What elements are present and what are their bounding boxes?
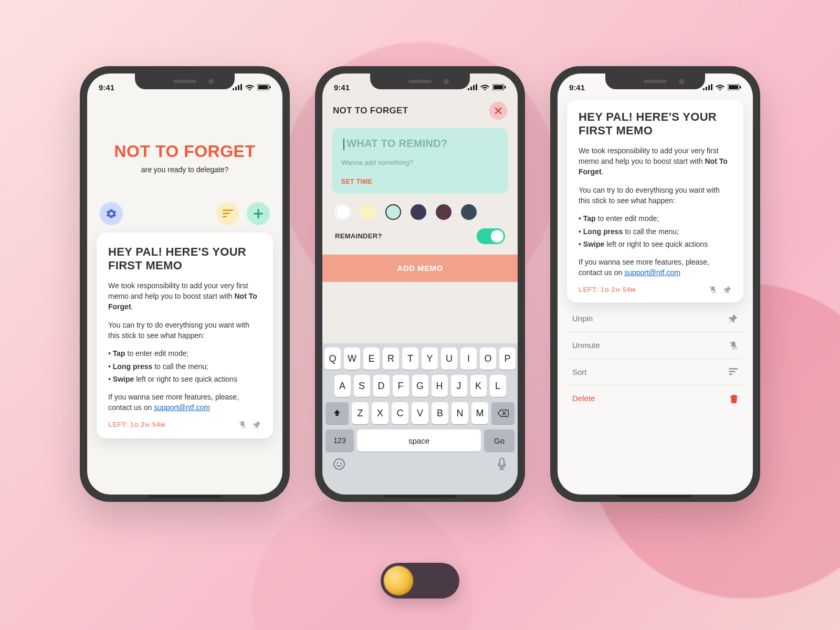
key-y[interactable]: Y [422,348,438,370]
color-swatch[interactable] [411,204,426,220]
menu-item-delete[interactable]: Delete [567,385,743,412]
menu-item-unpin[interactable]: Unpin [567,306,743,332]
key-n[interactable]: N [452,402,468,424]
menu-item-unmute[interactable]: Unmute [567,332,743,359]
svg-rect-3 [223,209,233,211]
svg-rect-15 [500,458,504,466]
phone-home: 9:41 NOT TO FORGET are you ready to dele… [80,66,290,502]
key-p[interactable]: P [499,348,516,370]
add-memo-button[interactable]: ADD MEMO [322,255,518,282]
backspace-key[interactable] [491,402,514,424]
key-d[interactable]: D [373,375,390,397]
set-time-button[interactable]: SET TIME [341,178,499,185]
color-swatch[interactable] [436,204,452,220]
sort-icon [223,209,233,218]
svg-rect-21 [729,368,738,370]
plus-icon [254,209,263,218]
support-link[interactable]: support@ntf.com [154,403,210,412]
trash-icon [730,394,738,403]
compose-header: NOT TO FORGET [333,106,408,116]
compose-title-input[interactable]: WHAT TO REMIND? [341,138,499,150]
status-time: 9:41 [569,83,585,92]
sort-button[interactable] [216,202,239,225]
svg-rect-5 [223,216,227,217]
compose-card[interactable]: WHAT TO REMIND? Wanna add something? SET… [332,128,508,194]
key-b[interactable]: B [432,402,448,424]
key-j[interactable]: J [451,375,467,397]
wifi-icon [480,84,489,90]
key-r[interactable]: R [383,348,399,370]
signal-icon [468,84,477,90]
shift-key[interactable] [326,402,349,424]
emoji-icon[interactable] [333,458,345,470]
svg-rect-2 [269,86,271,89]
key-f[interactable]: F [393,375,409,397]
remainder-label: REMAINDER? [335,232,382,240]
compose-body-input[interactable]: Wanna add something? [341,159,499,166]
mute-icon [729,341,738,350]
close-button[interactable] [489,102,507,120]
svg-point-12 [334,459,344,469]
key-l[interactable]: L [490,375,506,397]
go-key[interactable]: Go [484,429,514,452]
app-title: NOT TO FORGET [87,142,282,161]
wifi-icon [716,84,724,90]
shift-icon [333,409,341,417]
remainder-toggle[interactable] [477,228,505,244]
key-z[interactable]: Z [352,402,369,424]
mic-icon[interactable] [497,458,507,470]
key-a[interactable]: A [334,375,351,397]
svg-rect-4 [223,213,230,214]
color-swatch-selected[interactable] [385,204,401,220]
key-c[interactable]: C [392,402,408,424]
svg-rect-1 [258,85,268,89]
key-h[interactable]: H [432,375,448,397]
svg-rect-18 [740,86,741,89]
home-indicator [618,495,692,498]
key-t[interactable]: T [402,348,418,370]
memo-title: HEY PAL! HERE'S YOUR FIRST MEMO [108,245,261,273]
color-swatch[interactable] [461,204,477,220]
numbers-key[interactable]: 123 [326,429,354,452]
key-w[interactable]: W [344,348,360,370]
mute-icon [238,421,247,429]
support-link[interactable]: support@ntf.com [624,268,680,277]
pin-icon [729,314,738,323]
memo-body: We took responsibility to add your very … [579,145,732,278]
mute-icon [709,286,717,294]
memo-title: HEY PAL! HERE'S YOUR FIRST MEMO [579,110,732,138]
key-x[interactable]: X [372,402,388,424]
app-subtitle: are you ready to delegate? [87,165,282,174]
menu-item-sort[interactable]: Sort [567,359,743,385]
key-o[interactable]: O [480,348,496,370]
memo-card[interactable]: HEY PAL! HERE'S YOUR FIRST MEMO We took … [97,233,273,438]
space-key[interactable]: space [357,429,481,452]
status-time: 9:41 [99,83,114,92]
memo-card[interactable]: HEY PAL! HERE'S YOUR FIRST MEMO We took … [567,100,743,302]
svg-rect-11 [505,86,506,89]
pin-icon [253,421,261,429]
phone-compose: 9:41 NOT TO FORGET WHAT TO REMIND? Wanna… [315,66,525,502]
settings-button[interactable] [100,202,123,225]
sun-icon [384,566,413,595]
key-s[interactable]: S [354,375,370,397]
signal-icon [703,84,712,90]
battery-icon [257,84,271,90]
key-k[interactable]: K [470,375,487,397]
memo-bullet: • Long press to call the menu; [108,361,261,372]
key-u[interactable]: U [441,348,457,370]
color-swatch[interactable] [335,204,351,220]
memo-body: We took responsibility to add your very … [108,280,261,413]
theme-toggle[interactable] [381,563,459,598]
key-q[interactable]: Q [324,348,341,370]
key-i[interactable]: I [460,348,477,370]
svg-rect-23 [729,374,732,375]
key-e[interactable]: E [363,348,380,370]
key-v[interactable]: V [412,402,428,424]
add-button[interactable] [247,202,270,225]
key-g[interactable]: G [412,375,428,397]
phone-context-menu: 9:41 HEY PAL! HERE'S YOUR FIRST MEMO We … [550,66,760,502]
key-m[interactable]: M [471,402,488,424]
bg-blob [252,494,472,630]
color-swatch[interactable] [360,204,376,220]
